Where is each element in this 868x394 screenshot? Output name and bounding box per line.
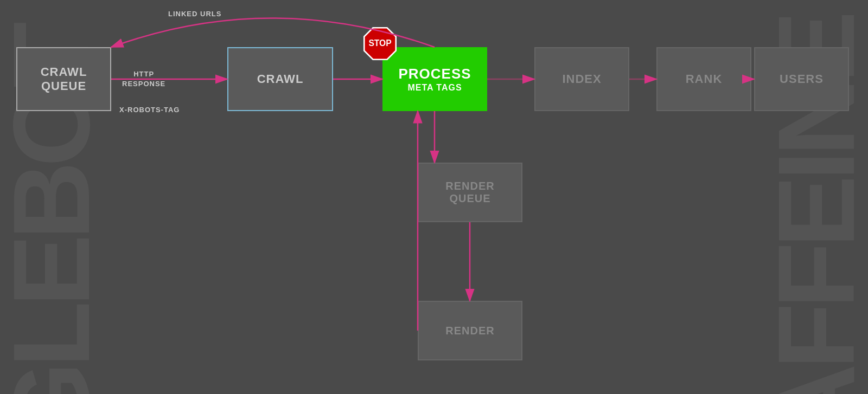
render-queue-label-line2: QUEUE	[445, 192, 494, 205]
http-response-label: HTTP RESPONSE	[122, 69, 165, 89]
render-label: RENDER	[445, 325, 494, 337]
render-queue-box: RENDER QUEUE	[418, 163, 522, 222]
x-robots-tag-label: X-ROBOTS-TAG	[119, 106, 180, 114]
process-meta-tags-box: PROCESS META TAGS	[382, 47, 487, 111]
index-box: INDEX	[534, 47, 629, 111]
index-label: INDEX	[562, 72, 601, 86]
users-label: USERS	[780, 72, 824, 86]
crawl-queue-label-line1: CRAWL	[41, 65, 87, 79]
rank-box: RANK	[656, 47, 751, 111]
render-box: RENDER	[418, 301, 522, 360]
process-label-line2: META TAGS	[398, 82, 471, 93]
stop-sign: STOP	[362, 26, 398, 61]
crawl-queue-box: CRAWL QUEUE	[16, 47, 111, 111]
crawl-label: CRAWL	[257, 72, 304, 86]
crawl-queue-label-line2: QUEUE	[41, 79, 87, 93]
svg-text:STOP: STOP	[368, 38, 391, 48]
crawl-box: CRAWL	[227, 47, 333, 111]
linked-urls-label: LINKED URLS	[168, 10, 221, 18]
rank-label: RANK	[686, 72, 723, 86]
users-box: USERS	[754, 47, 849, 111]
render-queue-label-line1: RENDER	[445, 180, 494, 192]
process-label-line1: PROCESS	[398, 66, 471, 82]
